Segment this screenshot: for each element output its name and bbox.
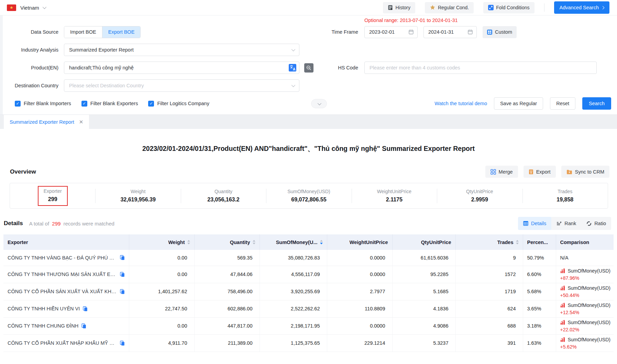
svg-text:A: A (293, 67, 295, 71)
comparison-cell: SumOfMoney(USD) +22.02% (556, 317, 614, 334)
reset-button[interactable]: Reset (550, 97, 575, 110)
stat-weight-unit-price: WeightUnitPrice 2.1175 (352, 189, 437, 203)
sort-icon[interactable] (253, 240, 255, 244)
copy-icon[interactable] (81, 323, 86, 329)
comparison-change-value: +12.54% (560, 310, 610, 315)
destination-country-label: Destination Country (3, 83, 64, 88)
filter-blank-exporters-checkbox[interactable]: ✓ Filter Blank Exporters (81, 101, 138, 107)
chevron-down-icon (291, 47, 295, 51)
qty-unit-price-cell: 4.9086 (392, 317, 455, 334)
view-details-label: Details (531, 221, 546, 226)
col-trades[interactable]: Trades (455, 234, 523, 250)
copy-icon[interactable] (120, 341, 125, 346)
fold-conditions-button[interactable]: Fold Conditions (483, 2, 534, 13)
view-details-button[interactable]: Details (518, 217, 551, 230)
exporter-name: CÔNG TY TNHH THƯƠNG MẠI SẢN XUẤT EAG... (8, 272, 117, 277)
col-sum-of-money[interactable]: SumOfMoney(U... (260, 234, 327, 250)
sync-to-crm-button[interactable]: Sync to CRM (561, 166, 609, 178)
stat-exporter: Exporter 299 (10, 186, 95, 206)
total-prefix: A total of (29, 221, 49, 227)
data-source-toggle: Import BOE Export BOE (64, 26, 141, 38)
weight-unit-price-cell: 0.0000 (327, 317, 392, 334)
exporter-name: CÔNG TY CỔ PHẦN SẢN XUẤT VÀ XUẤT KHẨU ..… (8, 289, 117, 294)
percent-cell: 5.68% (523, 283, 556, 300)
regular-cond-label: Regular Cond. (438, 5, 469, 10)
weight-unit-price-cell: 110.8809 (327, 300, 392, 317)
search-button[interactable]: Search (582, 97, 611, 110)
view-ratio-button[interactable]: Ratio (581, 217, 611, 230)
exclude-search-button[interactable] (304, 63, 313, 73)
comparison-cell: SumOfMoney(USD) +50.44% (556, 283, 614, 300)
table-row[interactable]: CÔNG TY TNHH VÀNG BẠC - ĐÁ QUÝ PHÚ QUÝ 0… (3, 250, 614, 266)
stat-value: 2.9959 (437, 197, 522, 203)
total-count: 299 (52, 221, 60, 227)
product-en-input[interactable] (64, 62, 299, 74)
copy-icon[interactable] (120, 255, 125, 260)
stat-value: 69,072,806.55 (266, 197, 351, 203)
save-as-regular-button[interactable]: Save as Regular (494, 97, 543, 110)
date-from-value: 2023-02-01 (369, 29, 408, 35)
table-row[interactable]: CÔNG TY TNHH THƯƠNG MẠI SẢN XUẤT EAG... … (3, 266, 614, 283)
col-quantity[interactable]: Quantity (194, 234, 260, 250)
tab-summarized-exporter-report[interactable]: Summarized Exporter Report ✕ (4, 115, 89, 129)
qty-unit-price-cell: 5.3237 (392, 334, 455, 352)
trades-cell: 391 (455, 334, 523, 352)
merge-icon (491, 169, 496, 175)
copy-icon[interactable] (120, 289, 125, 294)
filter-blank-importers-checkbox[interactable]: ✓ Filter Blank Importers (15, 101, 71, 107)
sort-icon[interactable] (187, 240, 190, 244)
table-icon (523, 221, 528, 226)
custom-range-button[interactable]: Custom (483, 26, 517, 38)
table-row[interactable]: CÔNG TY CỔ PHẦN SẢN XUẤT VÀ XUẤT KHẨU ..… (3, 283, 614, 300)
country-selector-label[interactable]: Vietnam (20, 5, 39, 11)
view-rank-button[interactable]: Rank (551, 217, 581, 230)
stat-label: QtyUnitPrice (437, 189, 522, 194)
translate-icon[interactable]: A (289, 64, 296, 71)
date-from-input[interactable]: 2023-02-01 (364, 26, 418, 38)
copy-icon[interactable] (83, 306, 88, 311)
col-weight[interactable]: Weight (129, 234, 194, 250)
table-row[interactable]: CÔNG TY TNHH HIỀN UYÊN VI 22,747.50 602,… (3, 300, 614, 317)
hs-code-input[interactable] (364, 62, 597, 74)
exporter-cell: CÔNG TY CỔ PHẦN SẢN XUẤT VÀ XUẤT KHẨU ..… (3, 283, 129, 300)
date-to-input[interactable]: 2024-01-31 (423, 26, 477, 38)
filter-logitics-company-checkbox[interactable]: ✓ Filter Logitics Company (148, 101, 209, 107)
col-weight-unit-price: WeightUnitPrice (327, 234, 392, 250)
sort-icon-active-desc[interactable] (320, 240, 323, 244)
weight-unit-price-cell: 0.0000 (327, 250, 392, 266)
industry-analysis-select[interactable]: Summarized Exporter Report (64, 44, 299, 56)
chevron-right-icon (601, 6, 605, 9)
history-button[interactable]: History (383, 2, 415, 13)
regular-cond-button[interactable]: Regular Cond. (425, 2, 474, 13)
tutorial-demo-link[interactable]: Watch the tutorial demo (434, 101, 487, 106)
merge-button[interactable]: Merge (485, 166, 518, 178)
time-frame-label: Time Frame (316, 29, 364, 35)
sort-icon[interactable] (516, 240, 519, 244)
col-percent: Percen... (523, 234, 556, 250)
view-switcher: Details Rank Ratio (518, 217, 611, 230)
stat-value: 32,619,956.39 (95, 197, 180, 203)
export-button[interactable]: Export (524, 166, 556, 178)
weight-cell: 0.00 (129, 266, 194, 283)
comparison-change-value: +50.44% (560, 293, 610, 298)
advanced-search-label: Advanced Search (560, 5, 599, 10)
advanced-search-button[interactable]: Advanced Search (554, 1, 609, 14)
quantity-cell: 47,844.06 (194, 266, 260, 283)
comparison-metric-label: SumOfMoney(USD) (568, 268, 610, 274)
collapse-form-button[interactable] (311, 99, 327, 108)
sync-to-crm-label: Sync to CRM (575, 169, 604, 175)
tab-strip: Summarized Exporter Report ✕ (0, 114, 617, 129)
divider (544, 3, 544, 12)
table-row[interactable]: CÔNG TY CỔ PHẦN XUẤT NHẬP KHẨU MỸ NGH...… (3, 334, 614, 352)
chevron-down-icon[interactable] (43, 5, 46, 9)
close-icon[interactable]: ✕ (79, 119, 84, 125)
filters-row: ✓ Filter Blank Importers ✓ Filter Blank … (3, 97, 617, 110)
optional-range-hint: Optional range: 2013-07-01 to 2024-01-31 (364, 18, 458, 23)
stat-label: Quantity (181, 189, 266, 194)
destination-country-select[interactable]: Please select Destination Country (64, 79, 299, 92)
table-row[interactable]: CÔNG TY TNHH CHUNG ĐỈNH 0.00 447,817.00 … (3, 317, 614, 334)
export-boe-button[interactable]: Export BOE (102, 26, 141, 38)
copy-icon[interactable] (120, 272, 125, 277)
stat-label: WeightUnitPrice (352, 189, 437, 194)
import-boe-button[interactable]: Import BOE (64, 26, 102, 38)
